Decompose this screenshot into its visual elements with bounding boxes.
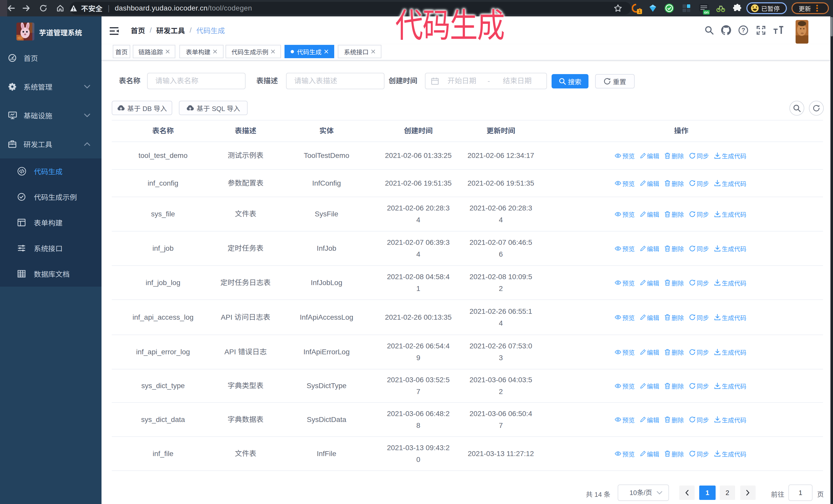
svg-text:?: ?: [741, 27, 745, 33]
